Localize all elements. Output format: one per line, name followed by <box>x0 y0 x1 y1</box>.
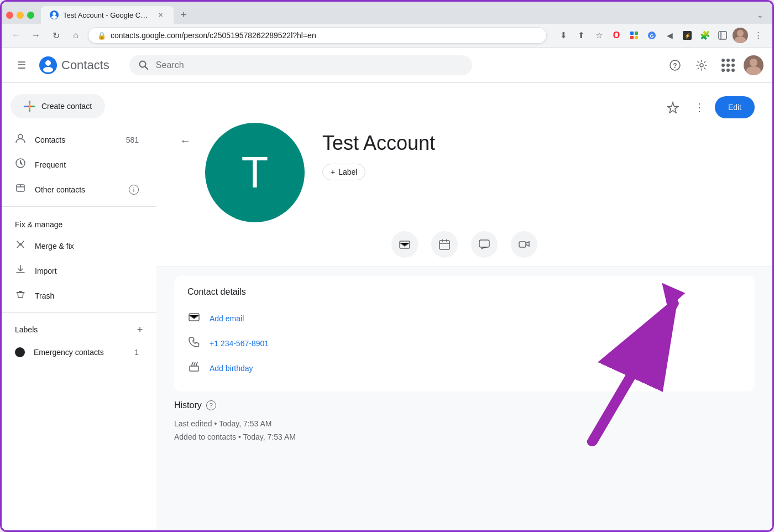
sidebar-divider-2 <box>2 312 156 313</box>
sidebar-divider-1 <box>2 206 156 207</box>
more-options-button[interactable]: ⋮ <box>688 96 710 118</box>
svg-point-15 <box>45 60 51 66</box>
email-detail-icon <box>187 311 201 325</box>
app-header: ☰ Contacts ? <box>2 48 772 83</box>
contact-header-area: ← ⋮ Edit <box>156 83 772 267</box>
add-label-button-contact[interactable]: + Label <box>322 164 365 180</box>
google-apps-button[interactable] <box>717 54 739 76</box>
chrome-menu-button[interactable]: ⋮ <box>750 28 766 43</box>
svg-text:G: G <box>650 33 653 39</box>
reload-button[interactable]: ↻ <box>48 28 64 43</box>
app-name: Contacts <box>61 58 109 72</box>
plus-label-icon: + <box>331 168 335 176</box>
browser-chrome: Test Account - Google Contac… ✕ + ⌄ ← → … <box>2 2 772 48</box>
star-contact-button[interactable] <box>662 96 684 118</box>
merge-icon <box>15 239 26 253</box>
search-icon <box>138 60 149 71</box>
labels-title: Labels <box>15 325 132 334</box>
create-contact-button[interactable]: Create contact <box>11 94 105 118</box>
address-box[interactable]: 🔒 contacts.google.com/person/c2505195782… <box>88 27 547 44</box>
maximize-window-button[interactable] <box>27 12 34 19</box>
search-bar[interactable] <box>129 55 472 75</box>
content-wrapper: ← ⋮ Edit <box>156 83 772 531</box>
history-row-1: Added to contacts • Today, 7:53 AM <box>174 430 755 444</box>
svg-point-16 <box>43 67 53 72</box>
label-btn-text: Label <box>338 168 357 176</box>
svg-point-24 <box>18 134 23 139</box>
extensions-button[interactable]: 🧩 <box>697 28 713 43</box>
chat-quick-action-button[interactable] <box>471 231 498 258</box>
video-quick-action-button[interactable] <box>511 231 537 258</box>
profile-avatar-button[interactable] <box>733 28 748 43</box>
contact-name-section: Test Account + Label <box>322 123 435 180</box>
svg-text:⚡: ⚡ <box>684 33 691 39</box>
contacts-logo-icon <box>39 56 57 74</box>
svg-rect-31 <box>519 242 526 247</box>
create-contact-label: Create contact <box>41 102 92 111</box>
tab-bar: Test Account - Google Contac… ✕ + ⌄ <box>2 2 772 24</box>
contact-name: Test Account <box>322 132 435 155</box>
birthday-detail-value[interactable]: Add birthday <box>210 364 253 373</box>
sidebar-item-other-contacts[interactable]: Other contacts i <box>2 177 148 202</box>
svg-text:?: ? <box>673 62 677 70</box>
ext1-icon-button[interactable] <box>626 28 642 43</box>
phone-detail-value[interactable]: +1 234-567-8901 <box>210 339 269 348</box>
merge-nav-label: Merge & fix <box>35 242 139 251</box>
svg-rect-3 <box>635 32 638 35</box>
share-icon-button[interactable]: ⬆ <box>573 28 589 43</box>
calendar-quick-action-button[interactable] <box>431 231 458 258</box>
history-title: History <box>174 400 202 410</box>
other-contacts-nav-label: Other contacts <box>35 185 120 194</box>
hamburger-menu-button[interactable]: ☰ <box>11 54 33 76</box>
tab-overflow-button[interactable]: ⌄ <box>752 8 768 22</box>
user-profile-button[interactable] <box>744 55 763 75</box>
header-actions: ? <box>664 54 763 76</box>
ext4-icon-button[interactable]: ⚡ <box>679 28 695 43</box>
home-button[interactable]: ⌂ <box>68 28 83 43</box>
search-input[interactable] <box>156 60 463 70</box>
history-title-row: History ? <box>174 400 755 410</box>
close-window-button[interactable] <box>6 12 13 19</box>
ext2-icon-button[interactable]: G <box>644 28 660 43</box>
sidebar-item-contacts[interactable]: Contacts 581 <box>2 127 148 152</box>
edit-contact-button[interactable]: Edit <box>715 96 755 118</box>
sidebar-item-frequent[interactable]: Frequent <box>2 152 148 177</box>
new-tab-button[interactable]: + <box>176 7 191 23</box>
contact-avatar: T <box>205 123 305 222</box>
email-detail-row: Add email <box>187 306 741 331</box>
close-tab-button[interactable]: ✕ <box>156 11 165 19</box>
active-tab[interactable]: Test Account - Google Contac… ✕ <box>41 6 174 24</box>
sidebar-item-merge[interactable]: Merge & fix <box>2 233 148 258</box>
sidebar-item-trash[interactable]: Trash <box>2 283 148 308</box>
minimize-window-button[interactable] <box>17 12 24 19</box>
email-quick-action-button[interactable] <box>391 231 418 258</box>
settings-button[interactable] <box>691 54 713 76</box>
import-icon <box>15 264 26 278</box>
opera-icon-button[interactable]: O <box>609 28 624 43</box>
back-button[interactable]: ← <box>8 28 24 43</box>
help-button[interactable]: ? <box>664 54 686 76</box>
content-area: ← ⋮ Edit <box>156 83 772 531</box>
history-row-0: Last edited • Today, 7:53 AM <box>174 417 755 430</box>
svg-rect-30 <box>479 240 489 247</box>
ext3-icon-button[interactable]: ◀ <box>662 28 677 43</box>
label-color-dot <box>15 347 25 357</box>
forward-button[interactable]: → <box>28 28 44 43</box>
contacts-nav-icon <box>15 133 26 147</box>
back-to-contacts-button[interactable]: ← <box>174 129 196 152</box>
svg-line-18 <box>145 66 148 69</box>
svg-rect-33 <box>190 366 198 371</box>
create-contact-icon <box>24 101 35 112</box>
label-emergency-contacts[interactable]: Emergency contacts 1 <box>2 342 148 363</box>
email-detail-value[interactable]: Add email <box>210 314 244 323</box>
trash-nav-label: Trash <box>35 291 139 300</box>
download-icon-button[interactable]: ⬇ <box>556 28 571 43</box>
bookmark-icon-button[interactable]: ☆ <box>591 28 606 43</box>
svg-point-1 <box>51 15 57 19</box>
app-logo: Contacts <box>39 56 109 74</box>
sidebar-toggle-button[interactable] <box>715 28 730 43</box>
other-contacts-info-icon[interactable]: i <box>129 185 139 195</box>
add-label-button[interactable]: + <box>132 322 148 337</box>
url-text: contacts.google.com/person/c250519578262… <box>111 31 537 40</box>
sidebar-item-import[interactable]: Import <box>2 258 148 283</box>
